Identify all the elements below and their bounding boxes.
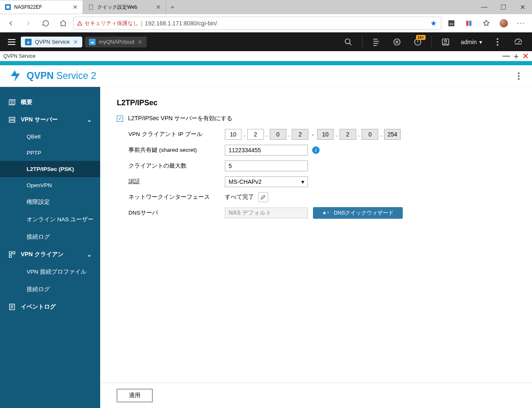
sidebar-item-overview[interactable]: 概要 — [0, 94, 100, 111]
browser-tab-1[interactable]: NASF822EF ✕ — [0, 0, 83, 14]
selenium-icon[interactable]: Se — [444, 16, 459, 31]
ip-start-4 — [292, 129, 308, 140]
sidebar-label: 概要 — [21, 99, 32, 106]
ip-start-1[interactable] — [225, 129, 241, 140]
tab-close-icon[interactable]: ✕ — [73, 4, 78, 10]
svg-point-6 — [345, 39, 350, 44]
info-icon[interactable]: i — [312, 146, 320, 154]
ip-end-4 — [384, 129, 401, 140]
user-name: admin — [461, 39, 477, 45]
favorites-icon[interactable] — [479, 16, 494, 31]
app-tab-title: QVPN Service — [35, 39, 70, 45]
hamburger-menu[interactable] — [5, 35, 18, 49]
search-icon[interactable] — [340, 33, 357, 51]
map-icon — [8, 99, 16, 106]
qvpn-app-icon: ▲ — [25, 39, 32, 45]
row-psk: 事前共有鍵 (shared secret) i — [117, 145, 515, 156]
dns-wizard-button[interactable]: ✦⁺ DNSクイックウィザード — [313, 207, 403, 219]
sidebar-label: VPN 接続プロファイル — [27, 268, 86, 276]
subwin-maximize[interactable]: ＋ — [512, 51, 520, 61]
subwin-close[interactable]: ✕ — [522, 52, 529, 61]
sidebar-item-openvpn[interactable]: OpenVPN — [0, 177, 100, 193]
auth-value: MS-CHAPv2 — [229, 178, 261, 185]
sidebar-item-l2tp[interactable]: L2TP/IPSec (PSK) — [0, 161, 100, 177]
notifications-icon[interactable]: 10+ — [409, 33, 426, 51]
new-tab-button[interactable]: ＋ — [166, 3, 179, 12]
sidebar-item-qbelt[interactable]: QBelt — [0, 129, 100, 145]
subwin-minimize[interactable]: — — [502, 52, 510, 60]
dashboard-icon[interactable] — [510, 33, 527, 51]
ip-end-2 — [340, 129, 356, 140]
chevron-down-icon: ⌄ — [87, 116, 92, 123]
more-menu-icon[interactable] — [489, 33, 506, 51]
enable-checkbox[interactable]: ✓ — [117, 116, 123, 122]
sidebar-item-eventlog[interactable]: イベントログ — [0, 298, 100, 316]
app-tab-close-icon[interactable]: ✕ — [73, 39, 78, 45]
svg-point-16 — [518, 78, 520, 80]
cloud-app-icon: ☁ — [89, 39, 96, 45]
tab-close-icon[interactable]: ✕ — [156, 4, 161, 10]
svg-rect-20 — [13, 252, 15, 254]
app-title: QVPN Service 2 — [27, 70, 96, 82]
devices-icon[interactable] — [388, 33, 406, 51]
psk-input[interactable] — [225, 145, 308, 156]
sidebar-label: イベントログ — [21, 303, 56, 311]
app-tab-myqnapcloud[interactable]: ☁ myQNAPcloud ✕ — [85, 37, 147, 47]
tasks-icon[interactable] — [367, 33, 385, 51]
apply-button[interactable]: 適用 — [117, 389, 153, 402]
user-dropdown[interactable]: admin ▾ — [458, 39, 485, 45]
subwindow-titlebar: QVPN Service — ＋ ✕ — [0, 51, 532, 61]
row-dns: DNSサーバ NAS デフォルト ✦⁺ DNSクイックウィザード — [117, 207, 515, 219]
sidebar-item-connlog-2[interactable]: 接続ログ — [0, 281, 100, 298]
edit-interface-button[interactable] — [258, 192, 268, 202]
row-auth: 認証 MS-CHAPv2 ▾ — [117, 176, 515, 187]
ip-start-3 — [270, 129, 286, 140]
svg-point-14 — [518, 72, 520, 74]
content-body: L2TP/IPSec ✓ L2TP/IPSec VPN サーバーを有効にする V… — [100, 87, 532, 383]
app-tab-qvpn[interactable]: ▲ QVPN Service ✕ — [21, 37, 82, 47]
nav-refresh-button[interactable] — [38, 16, 53, 31]
max-clients-input[interactable] — [225, 161, 308, 171]
app-more-menu[interactable] — [514, 72, 524, 80]
auth-select[interactable]: MS-CHAPv2 ▾ — [225, 176, 308, 187]
favorite-icon[interactable]: ★ — [429, 19, 438, 28]
sidebar-label: L2TP/IPSec (PSK) — [27, 166, 74, 172]
user-icon[interactable] — [437, 33, 454, 51]
enable-row: ✓ L2TP/IPSec VPN サーバーを有効にする — [117, 115, 515, 122]
svg-point-11 — [497, 38, 498, 40]
browser-tab-title: NASF822EF — [14, 4, 42, 10]
svg-rect-5 — [469, 20, 471, 26]
extension-icon[interactable] — [461, 16, 476, 31]
qvpn-logo-icon — [8, 69, 22, 83]
sidebar-item-online-users[interactable]: オンライン NAS ユーザー — [0, 211, 100, 228]
sidebar-item-vpn-server[interactable]: VPN サーバー ⌄ — [0, 111, 100, 129]
wizard-btn-label: DNSクイックウィザード — [334, 209, 394, 217]
ip-end-3 — [362, 129, 378, 140]
accent-strip — [0, 61, 532, 65]
window-maximize[interactable]: ☐ — [494, 0, 513, 14]
nav-back-button[interactable] — [3, 16, 18, 31]
window-close[interactable]: ✕ — [513, 0, 532, 14]
psk-label: 事前共有鍵 (shared secret) — [128, 146, 225, 154]
sidebar-item-privilege[interactable]: 権限設定 — [0, 193, 100, 211]
sidebar-item-vpn-profile[interactable]: VPN 接続プロファイル — [0, 263, 100, 281]
nav-home-button[interactable] — [56, 16, 71, 31]
sidebar-item-vpn-client[interactable]: VPN クライアン ⌄ — [0, 246, 100, 263]
window-minimize[interactable]: — — [475, 0, 494, 14]
chevron-down-icon: ▾ — [301, 178, 304, 185]
browser-menu-button[interactable]: ··· — [514, 16, 529, 31]
browser-tab-2[interactable]: クイック設定Web ✕ — [83, 0, 166, 14]
notifications-badge: 10+ — [416, 35, 426, 40]
browser-chrome: NASF822EF ✕ クイック設定Web ✕ ＋ — ☐ ✕ セキュリティ保護… — [0, 0, 532, 32]
sidebar-label: VPN クライアン — [21, 251, 64, 258]
url-input[interactable]: セキュリティ保護なし | 192.168.1.171:8080/cgi-bin/… — [73, 17, 441, 30]
profile-avatar[interactable] — [496, 16, 511, 31]
window-controls: — ☐ ✕ — [475, 0, 532, 14]
dns-label: DNSサーバ — [128, 209, 225, 217]
sidebar-item-connlog-1[interactable]: 接続ログ — [0, 228, 100, 246]
sidebar-item-pptp[interactable]: PPTP — [0, 145, 100, 161]
nav-forward-button[interactable] — [21, 16, 36, 31]
ip-start-2[interactable] — [247, 129, 264, 140]
app-tab-close-icon[interactable]: ✕ — [138, 39, 143, 45]
svg-rect-21 — [9, 255, 11, 257]
